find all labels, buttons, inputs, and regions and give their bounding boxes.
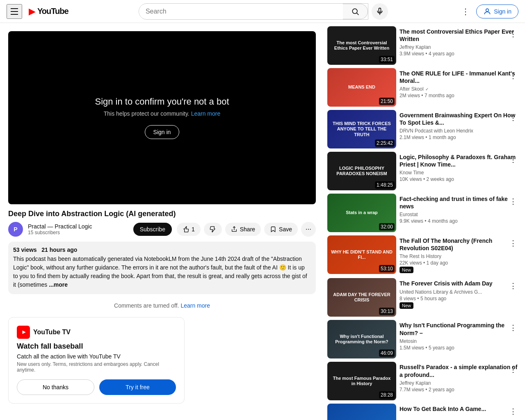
youtube-tv-title: Watch fall baseball xyxy=(17,342,176,351)
youtube-tv-logo-row: YouTube TV xyxy=(17,326,176,339)
sidebar-item-more-button[interactable]: ⋮ xyxy=(508,153,518,166)
search-button[interactable] xyxy=(343,4,368,19)
sidebar-item-more-button[interactable]: ⋮ xyxy=(508,112,518,124)
youtube-tv-terms: New users only. Terms, restrictions and … xyxy=(17,361,176,373)
sidebar-item-meta: 9.9K views • 4 months ago xyxy=(399,218,518,224)
sidebar-item-info: Why Isn't Functional Programming the Nor… xyxy=(399,320,518,358)
show-more-link[interactable]: ...more xyxy=(49,281,68,288)
sidebar-item-info: Government Brainwashing Expert On How To… xyxy=(399,110,518,148)
sign-in-button[interactable]: Sign in xyxy=(476,5,518,18)
sidebar-item[interactable]: The most Controversial Ethics Paper Ever… xyxy=(327,26,518,65)
search-input[interactable] xyxy=(139,5,343,18)
sidebar-item-channel: Jeffrey Kaplan xyxy=(399,380,518,386)
view-count: 53 views xyxy=(13,247,37,253)
sidebar-item-title: The ONE RULE for LIFE - Immanuel Kant's … xyxy=(399,70,518,84)
sidebar-item-channel: Metosin xyxy=(399,338,518,344)
try-free-button[interactable]: Try it free xyxy=(99,379,176,395)
save-label: Save xyxy=(279,226,292,233)
save-button[interactable]: Save xyxy=(264,223,298,236)
sidebar-item-title: Government Brainwashing Expert On How To… xyxy=(399,112,518,126)
comments-learn-more-link[interactable]: Learn more xyxy=(180,302,210,309)
thumbnail: WHY HE DIDN'T STAND AND FI...53:10 xyxy=(327,235,396,274)
sidebar-item-info: How To Get Back Into A Game... xyxy=(399,404,518,420)
thumbnail: THIS MIND TRICK FORCES ANYONE TO TELL TH… xyxy=(327,110,396,148)
sidebar-item-info: The ONE RULE for LIFE - Immanuel Kant's … xyxy=(399,68,518,107)
sidebar-item-channel: Eurostat xyxy=(399,212,518,217)
sidebar-item-more-button[interactable]: ⋮ xyxy=(508,195,518,208)
search-bar xyxy=(139,3,368,20)
duration-badge: 21:50 xyxy=(379,98,395,105)
subscribe-button[interactable]: Subscribe xyxy=(133,223,172,236)
sidebar-item-title: The most Controversial Ethics Paper Ever… xyxy=(399,28,518,43)
menu-button[interactable] xyxy=(7,4,22,19)
no-thanks-button[interactable]: No thanks xyxy=(17,379,94,395)
sidebar-item-channel: The Rest Is History xyxy=(399,253,518,259)
sidebar-item[interactable]: WHY HE DIDN'T STAND AND FI...53:10 The F… xyxy=(327,235,518,275)
mic-button[interactable] xyxy=(372,3,388,20)
thumbnail xyxy=(327,404,396,420)
sidebar-item-meta: 22K views • 1 day ago xyxy=(399,260,518,266)
search-icon xyxy=(351,7,359,16)
sidebar-item-info: The Forever Crisis with Adam Day United … xyxy=(399,278,518,317)
sidebar-item-meta: 2M views • 7 months ago xyxy=(399,93,518,98)
sidebar-item[interactable]: LOGIC PHILOSOPHY PARADOXES NONEISM1:48:2… xyxy=(327,152,518,190)
video-description: This podcast has been automatically gene… xyxy=(13,255,311,289)
duration-badge: 28:28 xyxy=(379,391,395,399)
video-title: Deep Dive into Abstraction Logic (AI gen… xyxy=(8,209,316,219)
channel-info: Practal — Practical Logic 15 subscribers xyxy=(28,223,128,235)
sidebar-item-more-button[interactable]: ⋮ xyxy=(508,70,518,82)
sidebar-item-title: Logic, Philosophy & Paradoxes ft. Graham… xyxy=(399,153,518,168)
thumbnail: MEANS END21:50 xyxy=(327,68,396,107)
sidebar-item-meta: 8 views • 5 hours ago xyxy=(399,296,518,301)
dislike-icon xyxy=(210,226,216,233)
sign-in-label: Sign in xyxy=(494,8,511,15)
thumbnail: ADAM DAY THE FOREVER CRISIS30:13 xyxy=(327,278,396,317)
sidebar-item-title: Russell's Paradox - a simple explanation… xyxy=(399,363,518,378)
sidebar-item-channel: Know Time xyxy=(399,170,518,176)
sidebar-item[interactable]: Why isn't Functional Programming the Nor… xyxy=(327,320,518,358)
comments-off-notice: Comments are turned off. Learn more xyxy=(8,302,316,309)
thumbnail: Stats in a wrap32:00 xyxy=(327,194,396,232)
youtube-logo[interactable]: ▶ YouTube xyxy=(29,6,68,17)
sign-in-overlay-button[interactable]: Sign in xyxy=(145,125,180,139)
svg-rect-2 xyxy=(379,8,381,12)
sidebar-item-more-button[interactable]: ⋮ xyxy=(508,28,518,40)
sidebar-item[interactable]: MEANS END21:50 The ONE RULE for LIFE - I… xyxy=(327,68,518,107)
svg-marker-8 xyxy=(23,331,26,334)
duration-badge: 1:48:25 xyxy=(375,181,395,189)
new-badge: New xyxy=(399,302,413,309)
sidebar-item-info: The most Controversial Ethics Paper Ever… xyxy=(399,26,518,65)
sidebar-item-meta: 3.9M views • 4 years ago xyxy=(399,51,518,57)
sidebar-item-channel: DRVN Podcast with Leon Hendrix xyxy=(399,128,518,134)
sidebar: The most Controversial Ethics Paper Ever… xyxy=(324,23,525,420)
main-content: Sign in to confirm you're not a bot This… xyxy=(0,23,525,420)
duration-badge: 2:25:42 xyxy=(375,139,395,147)
sign-in-overlay: Sign in to confirm you're not a bot This… xyxy=(95,96,229,139)
save-icon xyxy=(270,226,276,233)
sidebar-item-meta: 2.1M views • 1 month ago xyxy=(399,135,518,140)
sidebar-item[interactable]: Stats in a wrap32:00 Fact-checking and t… xyxy=(327,194,518,232)
youtube-logo-text: YouTube xyxy=(37,7,68,16)
duration-badge: 53:10 xyxy=(379,265,395,272)
sidebar-item-info: Logic, Philosophy & Paradoxes ft. Graham… xyxy=(399,152,518,190)
more-actions-button[interactable]: ⋯ xyxy=(301,222,316,237)
thumbnail: LOGIC PHILOSOPHY PARADOXES NONEISM1:48:2… xyxy=(327,152,396,190)
sidebar-item[interactable]: THIS MIND TRICK FORCES ANYONE TO TELL TH… xyxy=(327,110,518,148)
user-icon xyxy=(483,7,491,16)
learn-more-link[interactable]: Learn more xyxy=(191,110,221,117)
sidebar-item[interactable]: The most Famous Paradox in History28:28 … xyxy=(327,362,518,400)
youtube-tv-subtitle: Catch all the action live with YouTube T… xyxy=(17,353,176,360)
sidebar-item-more-button[interactable]: ⋮ xyxy=(508,237,518,249)
sidebar-item-info: Russell's Paradox - a simple explanation… xyxy=(399,362,518,400)
share-button[interactable]: Share xyxy=(225,223,261,236)
sign-in-prompt: Sign in to confirm you're not a bot xyxy=(95,96,229,107)
sidebar-item[interactable]: ADAM DAY THE FOREVER CRISIS30:13 The For… xyxy=(327,278,518,317)
svg-point-0 xyxy=(352,9,357,14)
dislike-button[interactable] xyxy=(204,223,222,236)
youtube-tv-buttons: No thanks Try it free xyxy=(17,379,176,395)
more-options-button[interactable]: ⋮ xyxy=(458,3,473,20)
channel-row: P Practal — Practical Logic 15 subscribe… xyxy=(8,222,316,237)
like-button[interactable]: 1 xyxy=(177,223,201,236)
sidebar-item[interactable]: How To Get Back Into A Game... ⋮ xyxy=(327,404,518,420)
video-player[interactable]: Sign in to confirm you're not a bot This… xyxy=(8,31,316,204)
